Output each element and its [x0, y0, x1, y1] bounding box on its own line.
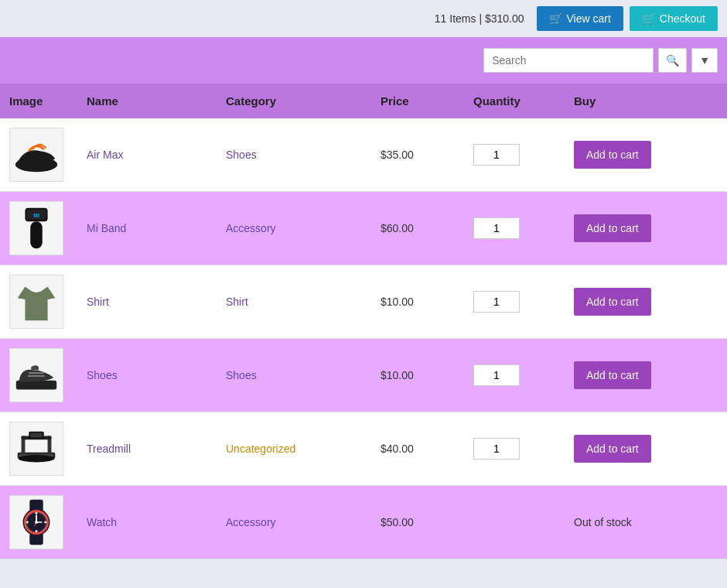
svg-point-20: [19, 455, 55, 463]
svg-point-31: [26, 521, 29, 524]
product-category-shoes: Shoes: [226, 369, 381, 381]
product-quantity-treadmill[interactable]: [473, 438, 574, 460]
col-price: Price: [381, 94, 473, 108]
table-row: ShoesShoes$10.00Add to cart: [0, 339, 727, 412]
table-row: Air MaxShoes$35.00Add to cart: [0, 118, 727, 192]
product-name-miband: Mi Band: [87, 222, 226, 234]
quantity-input-treadmill[interactable]: [473, 438, 520, 460]
product-category-shirt: Shirt: [226, 296, 381, 308]
product-image-airmax: [9, 128, 63, 182]
product-category-airmax: Shoes: [226, 149, 381, 161]
table-row: WatchAccessory$50.00Out of stock: [0, 486, 727, 559]
search-area: 🔍 ▼: [0, 37, 727, 84]
search-input[interactable]: [483, 48, 654, 73]
col-category: Category: [226, 94, 381, 108]
product-price-shirt: $10.00: [381, 296, 473, 308]
product-image-miband: MI: [9, 201, 63, 255]
svg-rect-19: [30, 433, 43, 438]
search-icon: 🔍: [666, 54, 679, 67]
product-image-treadmill: [9, 422, 63, 476]
product-image-watch: [9, 495, 63, 549]
add-to-cart-button-miband[interactable]: Add to cart: [574, 214, 651, 242]
product-quantity-shirt[interactable]: [473, 291, 574, 313]
product-quantity-miband[interactable]: [473, 217, 574, 239]
cart-info: 11 Items | $310.00: [435, 12, 524, 25]
product-quantity-shoes[interactable]: [473, 364, 574, 386]
product-quantity-airmax[interactable]: [473, 144, 574, 166]
table-row: ShirtShirt$10.00Add to cart: [0, 265, 727, 339]
col-quantity: Quantity: [473, 94, 574, 108]
svg-point-28: [36, 512, 38, 514]
product-name-treadmill: Treadmill: [87, 443, 226, 455]
checkout-button[interactable]: 🛒 Checkout: [630, 6, 718, 31]
svg-point-29: [44, 521, 46, 524]
table-row: MI Mi BandAccessory$60.00Add to cart: [0, 192, 727, 265]
view-cart-button[interactable]: 🛒 View cart: [537, 6, 623, 31]
table-header: Image Name Category Price Quantity Buy: [0, 84, 727, 118]
product-list: Air MaxShoes$35.00Add to cart MI Mi Band…: [0, 118, 727, 559]
search-icon-button[interactable]: 🔍: [658, 48, 687, 73]
product-price-airmax: $35.00: [381, 149, 473, 161]
product-category-treadmill: Uncategorized: [226, 443, 381, 455]
quantity-input-shoes[interactable]: [473, 364, 520, 386]
svg-rect-6: [30, 221, 43, 248]
quantity-input-shirt[interactable]: [473, 291, 520, 313]
product-image-shoes: [9, 348, 63, 402]
product-image-shirt: [9, 275, 63, 329]
product-buy-watch: Out of stock: [574, 516, 718, 528]
product-buy-miband[interactable]: Add to cart: [574, 214, 718, 242]
add-to-cart-button-treadmill[interactable]: Add to cart: [574, 435, 651, 463]
col-name: Name: [87, 94, 226, 108]
product-name-airmax: Air Max: [87, 149, 226, 161]
search-dropdown-button[interactable]: ▼: [691, 48, 718, 73]
product-name-shoes: Shoes: [87, 369, 226, 381]
product-price-miband: $60.00: [381, 222, 473, 234]
product-buy-treadmill[interactable]: Add to cart: [574, 435, 718, 463]
product-buy-airmax[interactable]: Add to cart: [574, 141, 718, 169]
product-buy-shirt[interactable]: Add to cart: [574, 288, 718, 316]
product-price-treadmill: $40.00: [381, 443, 473, 455]
svg-point-30: [36, 530, 38, 532]
checkout-icon: 🛒: [642, 12, 655, 25]
quantity-input-airmax[interactable]: [473, 144, 520, 166]
col-buy: Buy: [574, 94, 718, 108]
table-row: TreadmillUncategorized$40.00Add to cart: [0, 412, 727, 486]
product-buy-shoes[interactable]: Add to cart: [574, 361, 718, 389]
product-price-shoes: $10.00: [381, 369, 473, 381]
cart-icon: 🛒: [549, 12, 562, 25]
quantity-input-miband[interactable]: [473, 217, 520, 239]
product-name-watch: Watch: [87, 516, 226, 528]
add-to-cart-button-shoes[interactable]: Add to cart: [574, 361, 651, 389]
product-name-shirt: Shirt: [87, 296, 226, 308]
chevron-down-icon: ▼: [699, 54, 710, 67]
product-price-watch: $50.00: [381, 516, 473, 528]
product-category-miband: Accessory: [226, 222, 381, 234]
svg-point-35: [35, 521, 38, 524]
svg-text:MI: MI: [33, 213, 39, 218]
col-image: Image: [9, 94, 87, 108]
product-category-watch: Accessory: [226, 516, 381, 528]
svg-rect-12: [10, 422, 63, 475]
top-bar: 11 Items | $310.00 🛒 View cart 🛒 Checkou…: [0, 0, 727, 37]
add-to-cart-button-shirt[interactable]: Add to cart: [574, 288, 651, 316]
add-to-cart-button-airmax[interactable]: Add to cart: [574, 141, 651, 169]
